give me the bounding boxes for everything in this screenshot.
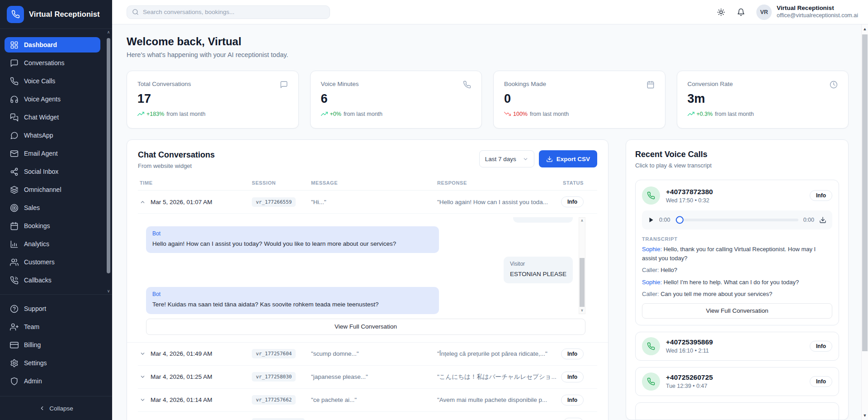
page-subtitle: Here's what's happening with your AI rec… (127, 51, 849, 58)
calendar-icon (10, 222, 19, 230)
sidebar-item-voice-agents[interactable]: Voice Agents (5, 91, 100, 107)
sidebar-item-bookings[interactable]: Bookings (5, 218, 100, 234)
sidebar-item-label: Dashboard (24, 41, 57, 48)
table-row[interactable]: Mar 5, 2026, 01:07 AM vr_177266559 "Hi..… (138, 191, 597, 214)
sidebar-item-label: Social Inbox (24, 168, 58, 175)
view-full-conversation-button[interactable]: View Full Conversation (642, 303, 832, 319)
sidebar-scrollbar[interactable]: ∧ ∨ (106, 30, 111, 294)
export-csv-button[interactable]: Export CSV (539, 150, 597, 167)
table-row[interactable]: Mar 4, 2026, 01:49 AM vr_177257604 "scum… (138, 343, 597, 366)
scroll-up-arrow-icon[interactable]: ▲ (862, 24, 868, 33)
chat-card-header: Chat Conversations From website widget L… (127, 140, 608, 177)
sidebar-item-settings[interactable]: Settings (5, 355, 100, 371)
call-card[interactable]: +40737872380 Wed 17:50 • 0:32 Info 0:00 … (635, 180, 839, 325)
stat-delta-suffix: from last month (166, 111, 205, 117)
transcript-speaker: Caller: (642, 267, 659, 273)
stat-value: 6 (321, 92, 472, 106)
sidebar: Virtual Receptionist Dashboard Conversat… (0, 0, 112, 420)
sidebar-item-omnichannel[interactable]: Omnichannel (5, 182, 100, 197)
chat-conversations-card: Chat Conversations From website widget L… (127, 139, 609, 420)
headphones-icon (10, 95, 19, 104)
sidebar-item-label: Conversations (24, 59, 65, 67)
scroll-down-arrow-icon[interactable]: ∨ (579, 307, 585, 314)
voice-section-title: Recent Voice Calls (635, 150, 839, 159)
search-input[interactable] (143, 9, 325, 15)
sidebar-item-label: Chat Widget (24, 114, 59, 121)
transcript-speaker: Sophie: (642, 246, 662, 253)
stat-delta: +0.3% from last month (688, 110, 838, 117)
call-card[interactable]: +40725260725 Tue 12:39 • 0:47 Info (635, 367, 839, 396)
info-badge[interactable] (563, 418, 584, 420)
sidebar-scrollbar-thumb[interactable] (107, 38, 110, 273)
info-badge[interactable]: Info (561, 395, 584, 406)
sidebar-item-support[interactable]: Support (5, 301, 100, 316)
chevron-down-icon (140, 397, 146, 403)
call-card[interactable]: +40725395869 Wed 16:10 • 2:11 Info (635, 332, 839, 361)
info-badge[interactable]: Info (810, 190, 832, 201)
date-range-select[interactable]: Last 7 days (479, 150, 534, 167)
user-name: Virtual Receptionist (777, 5, 858, 12)
chat-scrollbar[interactable]: ∧ ∨ (579, 217, 585, 314)
page-scrollbar-thumb[interactable] (862, 34, 868, 351)
table-row[interactable]: Mar 4, 2026, 01:25 AM vr_177258030 "japa… (138, 366, 597, 389)
sidebar-item-team[interactable]: Team (5, 319, 100, 334)
sidebar-item-label: Voice Calls (24, 77, 55, 85)
stat-delta-value: +183% (146, 111, 164, 117)
stat-delta-value: +0.3% (697, 111, 713, 117)
player-slider-thumb[interactable] (676, 216, 684, 224)
table-row[interactable]: Mar 4, 2026, 01:14 AM vr_177257662 "ce p… (138, 389, 597, 412)
sidebar-item-whatsapp[interactable]: WhatsApp (5, 128, 100, 143)
avatar[interactable]: VR (756, 5, 772, 20)
scroll-up-arrow-icon[interactable]: ∧ (106, 30, 111, 35)
sidebar-item-label: Analytics (24, 240, 49, 248)
stat-delta-suffix: from last month (530, 111, 569, 117)
chevron-down-icon (140, 351, 146, 357)
sidebar-item-voice-calls[interactable]: Voice Calls (5, 73, 100, 89)
sidebar-item-email-agent[interactable]: Email Agent (5, 146, 100, 161)
sidebar-item-callbacks[interactable]: Callbacks (5, 272, 100, 288)
stat-delta-value: +0% (330, 111, 341, 117)
user-block[interactable]: Virtual Receptionist office@virtualrecep… (777, 5, 858, 19)
stat-cards: Total Conversations 17 +183% from last m… (127, 71, 849, 129)
sidebar-item-chat-widget[interactable]: Chat Widget (5, 110, 100, 125)
download-icon[interactable] (819, 216, 826, 224)
sidebar-item-analytics[interactable]: Analytics (5, 236, 100, 252)
info-badge[interactable]: Info (561, 348, 584, 359)
sidebar-item-customers[interactable]: Customers (5, 254, 100, 270)
scroll-down-arrow-icon[interactable]: ▼ (862, 411, 868, 420)
column-header-message: MESSAGE (311, 180, 437, 186)
truncated-bubble (513, 217, 573, 223)
call-card-partial[interactable] (635, 402, 839, 420)
notifications-bell-icon[interactable] (735, 6, 747, 19)
player-remaining: 0:00 (803, 217, 814, 223)
info-badge[interactable]: Info (810, 376, 832, 387)
sidebar-item-conversations[interactable]: Conversations (5, 55, 100, 71)
scroll-up-arrow-icon[interactable]: ∧ (579, 218, 585, 224)
sidebar-item-dashboard[interactable]: Dashboard (5, 37, 100, 52)
sidebar-item-social-inbox[interactable]: Social Inbox (5, 164, 100, 179)
sidebar-item-sales[interactable]: Sales (5, 200, 100, 215)
info-badge[interactable]: Info (810, 341, 832, 352)
page-scrollbar[interactable]: ▲ ▼ (861, 24, 868, 420)
play-icon[interactable] (648, 217, 654, 223)
table-row-partial[interactable] (138, 412, 597, 420)
view-full-conversation-button[interactable]: View Full Conversation (146, 319, 585, 335)
collapse-button[interactable]: Collapse (0, 396, 112, 420)
brand[interactable]: Virtual Receptionist (0, 0, 112, 29)
scroll-down-arrow-icon[interactable]: ∨ (106, 289, 111, 294)
phone-callback-icon (10, 276, 19, 285)
player-seek-slider[interactable] (675, 219, 798, 221)
stat-label: Voice Minutes (321, 81, 359, 87)
row-time: Mar 5, 2026, 01:07 AM (140, 199, 252, 205)
search-box[interactable] (127, 5, 330, 19)
info-badge[interactable]: Info (561, 196, 584, 207)
info-badge[interactable]: Info (561, 372, 584, 382)
sidebar-item-admin[interactable]: Admin (5, 373, 100, 389)
panels: Chat Conversations From website widget L… (127, 139, 849, 420)
transcript-line: Caller: Can you tell me more about your … (642, 290, 832, 299)
theme-toggle-sun-icon[interactable] (715, 6, 727, 19)
chat-scrollbar-thumb[interactable] (580, 258, 585, 307)
sidebar-item-billing[interactable]: Billing (5, 337, 100, 353)
voice-section-subtitle: Click to play & view transcript (635, 162, 839, 169)
brand-phone-icon (7, 6, 24, 23)
